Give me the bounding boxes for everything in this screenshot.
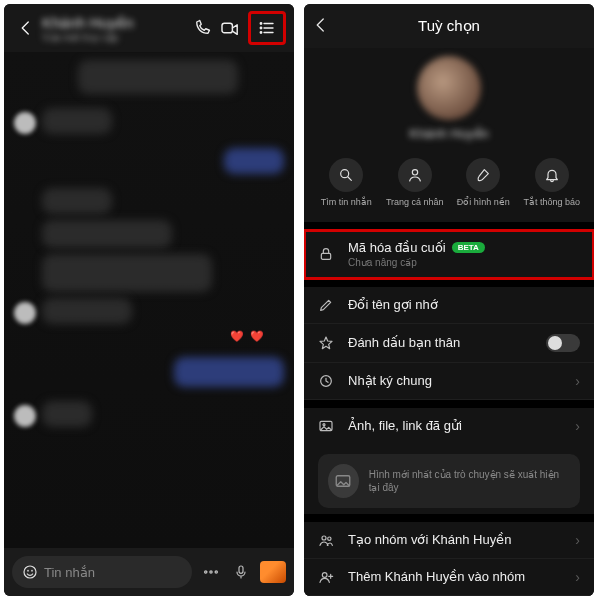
- option-bestfriend[interactable]: Đánh dấu bạn thân: [304, 324, 594, 363]
- chevron-right-icon: ›: [575, 532, 580, 548]
- svg-point-7: [24, 566, 36, 578]
- toggle-bestfriend[interactable]: [546, 334, 580, 352]
- input-placeholder: Tin nhắn: [44, 565, 95, 580]
- chevron-right-icon: ›: [575, 569, 580, 585]
- avatar[interactable]: [14, 405, 36, 427]
- quick-label: Tìm tin nhắn: [321, 197, 372, 208]
- divider: [304, 279, 594, 287]
- svg-line-15: [348, 177, 351, 180]
- star-icon: [318, 335, 336, 351]
- message-row: [14, 188, 284, 324]
- option-label: Đánh dấu bạn thân: [348, 335, 460, 350]
- svg-point-11: [210, 571, 212, 573]
- message-row: [14, 108, 284, 134]
- quick-label: Đổi hình nền: [457, 197, 510, 208]
- option-create-group[interactable]: Tạo nhóm với Khánh Huyền ›: [304, 522, 594, 559]
- quick-profile[interactable]: Trang cá nhân: [383, 158, 447, 208]
- option-label: Thêm Khánh Huyền vào nhóm: [348, 569, 525, 584]
- option-e2ee[interactable]: Mã hóa đầu cuối BETA Chưa nâng cấp: [304, 230, 594, 279]
- option-diary[interactable]: Nhật ký chung ›: [304, 363, 594, 400]
- contact-status: Vừa mới truy cập: [42, 32, 188, 43]
- message-bubble[interactable]: [42, 298, 132, 324]
- svg-point-23: [328, 537, 331, 540]
- svg-point-20: [323, 423, 325, 425]
- pencil-icon: [318, 297, 336, 313]
- media-empty-text: Hình mới nhất của trò chuyện sẽ xuất hiệ…: [369, 468, 570, 494]
- svg-point-10: [205, 571, 207, 573]
- avatar[interactable]: [14, 302, 36, 324]
- video-call-icon[interactable]: [216, 14, 244, 42]
- voice-call-icon[interactable]: [188, 14, 216, 42]
- group-icon: [318, 532, 336, 548]
- user-icon: [398, 158, 432, 192]
- option-label: Ảnh, file, link đã gửi: [348, 418, 462, 433]
- chat-header: Khánh Huyền Vừa mới truy cập: [4, 4, 294, 52]
- clock-icon: [318, 373, 336, 389]
- message-bubble[interactable]: [78, 60, 238, 94]
- svg-point-9: [32, 570, 33, 571]
- message-row: [14, 401, 284, 427]
- image-icon: [318, 418, 336, 434]
- svg-point-5: [260, 27, 262, 29]
- profile-name: Khánh Huyền: [409, 126, 489, 142]
- brush-icon: [466, 158, 500, 192]
- divider: [304, 400, 594, 408]
- options-screen: Tuỳ chọn Khánh Huyền Tìm tin nhắn Trang …: [304, 4, 594, 596]
- option-rename[interactable]: Đổi tên gợi nhớ: [304, 287, 594, 324]
- image-placeholder-icon: [328, 464, 359, 498]
- options-body[interactable]: Khánh Huyền Tìm tin nhắn Trang cá nhân Đ…: [304, 48, 594, 596]
- quick-wallpaper[interactable]: Đổi hình nền: [451, 158, 515, 208]
- options-menu-icon[interactable]: [253, 14, 281, 42]
- message-bubble[interactable]: [42, 108, 112, 134]
- chat-screen: Khánh Huyền Vừa mới truy cập: [4, 4, 294, 596]
- message-row: [14, 357, 284, 387]
- option-label: Đổi tên gợi nhớ: [348, 297, 438, 312]
- message-bubble[interactable]: [42, 220, 172, 248]
- quick-label: Trang cá nhân: [386, 197, 444, 208]
- option-add-to-group[interactable]: Thêm Khánh Huyền vào nhóm ›: [304, 559, 594, 596]
- mic-icon[interactable]: [230, 561, 252, 583]
- beta-badge: BETA: [452, 242, 485, 253]
- search-icon: [329, 158, 363, 192]
- back-icon[interactable]: [312, 16, 330, 37]
- chat-input-bar: Tin nhắn: [4, 548, 294, 596]
- message-bubble-sent[interactable]: [224, 148, 284, 174]
- svg-point-14: [341, 170, 349, 178]
- message-input[interactable]: Tin nhắn: [12, 556, 192, 588]
- media-empty-card: Hình mới nhất của trò chuyện sẽ xuất hiệ…: [318, 454, 580, 508]
- message-bubble[interactable]: [42, 254, 212, 292]
- divider: [304, 514, 594, 522]
- svg-point-24: [322, 572, 327, 577]
- svg-rect-17: [321, 253, 330, 259]
- avatar[interactable]: [14, 112, 36, 134]
- message-bubble[interactable]: [42, 188, 112, 214]
- gallery-icon[interactable]: [260, 561, 286, 583]
- profile-block: Khánh Huyền: [304, 48, 594, 154]
- option-label: Nhật ký chung: [348, 373, 432, 388]
- message-bubble-sent[interactable]: [174, 357, 284, 387]
- svg-rect-13: [239, 566, 243, 573]
- options-header: Tuỳ chọn: [304, 4, 594, 48]
- contact-name: Khánh Huyền: [42, 14, 188, 32]
- more-icon[interactable]: [200, 561, 222, 583]
- quick-search[interactable]: Tìm tin nhắn: [314, 158, 378, 208]
- quick-mute[interactable]: Tắt thông báo: [520, 158, 584, 208]
- reactions[interactable]: ❤️❤️: [230, 330, 264, 343]
- chat-title-block[interactable]: Khánh Huyền Vừa mới truy cập: [40, 14, 188, 43]
- back-icon[interactable]: [12, 14, 40, 42]
- bell-icon: [535, 158, 569, 192]
- chevron-right-icon: ›: [575, 418, 580, 434]
- e2ee-title: Mã hóa đầu cuối: [348, 240, 446, 255]
- emoji-icon[interactable]: [22, 564, 38, 580]
- svg-point-8: [28, 570, 29, 571]
- quick-label: Tắt thông báo: [523, 197, 580, 208]
- divider: [304, 222, 594, 230]
- page-title: Tuỳ chọn: [418, 17, 480, 35]
- chat-body[interactable]: ❤️❤️: [4, 52, 294, 548]
- avatar[interactable]: [417, 56, 481, 120]
- svg-point-12: [215, 571, 217, 573]
- option-media[interactable]: Ảnh, file, link đã gửi ›: [304, 408, 594, 444]
- e2ee-sub: Chưa nâng cấp: [348, 257, 580, 268]
- quick-actions: Tìm tin nhắn Trang cá nhân Đổi hình nền …: [304, 154, 594, 222]
- message-bubble[interactable]: [42, 401, 92, 427]
